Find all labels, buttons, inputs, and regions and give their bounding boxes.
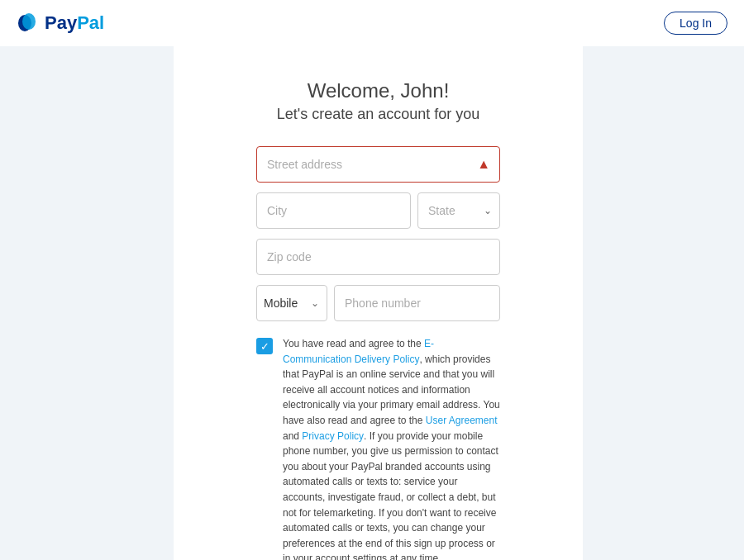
sidebar-left <box>0 46 174 560</box>
user-agreement-link[interactable]: User Agreement <box>426 415 498 426</box>
checkmark-icon: ✓ <box>260 341 269 352</box>
login-button[interactable]: Log In <box>664 12 727 35</box>
signup-form: ▲ State ALAKAZAR CACOCTDE FLGAHIID ILINI… <box>256 146 500 560</box>
header: PayPal Log In <box>0 0 744 46</box>
phone-row: Mobile Home Work ⌄ <box>256 285 500 321</box>
city-state-row: State ALAKAZAR CACOCTDE FLGAHIID ILINIAK… <box>256 192 500 229</box>
mobile-type-select[interactable]: Mobile Home Work <box>256 285 327 321</box>
terms-checkbox-wrapper[interactable]: ✓ <box>256 338 273 354</box>
ecommunication-policy-link[interactable]: E-Communication Delivery Policy <box>283 338 434 365</box>
phone-number-input[interactable] <box>334 285 500 321</box>
state-select[interactable]: State ALAKAZAR CACOCTDE FLGAHIID ILINIAK… <box>417 192 500 229</box>
street-address-field: ▲ <box>256 146 500 183</box>
terms-checkbox[interactable]: ✓ <box>256 338 273 354</box>
welcome-title: Welcome, John! <box>308 79 450 102</box>
terms-text: You have read and agree to the E-Communi… <box>283 336 500 560</box>
zip-code-input[interactable] <box>256 239 500 275</box>
paypal-logo: PayPal <box>17 12 104 35</box>
mobile-select-wrapper: Mobile Home Work ⌄ <box>256 285 327 321</box>
svg-point-1 <box>22 13 36 30</box>
center-panel: Welcome, John! Let's create an account f… <box>174 46 583 560</box>
welcome-subtitle: Let's create an account for you <box>277 106 480 123</box>
logo-text: PayPal <box>45 12 104 34</box>
zip-code-field <box>256 239 500 275</box>
terms-row: ✓ You have read and agree to the E-Commu… <box>256 336 500 560</box>
paypal-logo-icon <box>17 12 40 35</box>
privacy-policy-link[interactable]: Privacy Policy <box>302 430 364 442</box>
state-select-wrapper: State ALAKAZAR CACOCTDE FLGAHIID ILINIAK… <box>417 192 500 229</box>
city-field <box>256 192 411 229</box>
city-input[interactable] <box>256 192 411 229</box>
sidebar-right <box>583 46 744 560</box>
page-layout: Welcome, John! Let's create an account f… <box>0 46 744 560</box>
street-address-input[interactable] <box>256 146 500 183</box>
